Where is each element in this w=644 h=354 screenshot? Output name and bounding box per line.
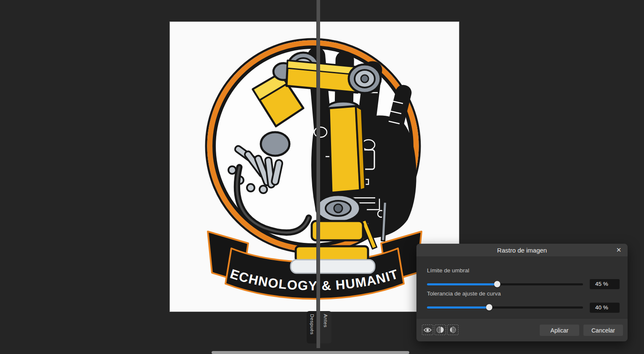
- curve-tolerance-label: Tolerancia de ajuste de curva: [427, 290, 501, 297]
- curve-tolerance-slider-fill: [427, 306, 489, 309]
- view-mode-toggles: [422, 325, 458, 335]
- curve-tolerance-slider-thumb[interactable]: [486, 304, 493, 311]
- image-trace-dialog: Rastro de imagen ✕ Límite de umbral 45 %…: [416, 244, 628, 341]
- threshold-value-field[interactable]: 45 %: [590, 279, 620, 289]
- dialog-header[interactable]: Rastro de imagen ✕: [416, 244, 628, 256]
- before-tab-label: Antes: [323, 311, 328, 343]
- threshold-slider-thumb[interactable]: [494, 281, 500, 287]
- after-tab[interactable]: Después: [307, 311, 317, 343]
- threshold-slider-fill: [427, 283, 497, 285]
- before-tab[interactable]: Antes: [320, 311, 331, 343]
- apply-button[interactable]: Aplicar: [540, 325, 579, 336]
- curve-tolerance-value-field[interactable]: 40 %: [590, 303, 620, 313]
- dialog-title: Rastro de imagen: [497, 247, 547, 254]
- trace-preview-canvas: TECHNOLOGY & HUMANITY: [170, 22, 459, 311]
- dialog-footer: Aplicar Cancelar: [416, 318, 628, 341]
- cancel-button[interactable]: Cancelar: [583, 325, 623, 336]
- editor-stage: TECHNOLOGY & HUMANITY Después Antes Rast…: [0, 0, 644, 354]
- split-left-hatch-icon[interactable]: [435, 325, 446, 335]
- split-right-hatch-icon[interactable]: [447, 325, 458, 335]
- curve-tolerance-slider[interactable]: [427, 304, 583, 311]
- threshold-label: Límite de umbral: [427, 267, 469, 274]
- compare-divider-handle[interactable]: [316, 0, 320, 348]
- horizontal-scrollbar[interactable]: [212, 351, 409, 354]
- threshold-slider[interactable]: [427, 281, 583, 287]
- close-icon[interactable]: ✕: [614, 245, 623, 255]
- eye-icon[interactable]: [422, 325, 433, 335]
- after-tab-label: Después: [310, 311, 315, 343]
- badge-artwork: TECHNOLOGY & HUMANITY: [170, 22, 459, 311]
